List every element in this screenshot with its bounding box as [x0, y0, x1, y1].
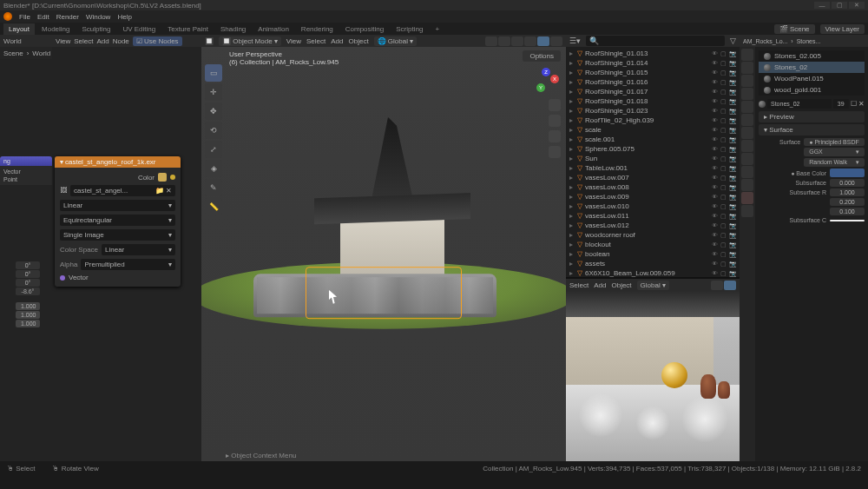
tab-sculpting[interactable]: Sculpting [77, 23, 116, 35]
material-shading[interactable] [537, 36, 549, 46]
vp-menu-select[interactable]: Select [306, 37, 326, 45]
tab-compositing[interactable]: Compositing [340, 23, 389, 35]
vp-menu-add[interactable]: Add [331, 37, 343, 45]
material-slot-list[interactable]: Stones_02.005 Stones_02 WoodPanel.015 wo… [759, 50, 865, 96]
close-button[interactable]: ✕ [849, 2, 865, 9]
sss-radius-z[interactable]: 0.100 [830, 208, 865, 215]
select-tool[interactable]: ▭ [205, 64, 222, 82]
distribution-dropdown[interactable]: GGX▾ [804, 148, 865, 156]
tab-animation[interactable]: Animation [253, 23, 294, 35]
menu-node[interactable]: Node [113, 37, 129, 45]
material-slot[interactable]: wood_gold.001 [759, 84, 865, 96]
mesh-tab[interactable] [741, 179, 753, 191]
sec-rendered-shading[interactable] [724, 281, 736, 290]
interpolation-dropdown[interactable]: Linear▾ [60, 200, 175, 211]
outliner-search[interactable]: 🔍 [586, 36, 725, 46]
overlay-toggle[interactable] [485, 36, 497, 46]
cursor-tool[interactable]: ✛ [205, 83, 222, 101]
outliner-item[interactable]: ▸▽RoofShingle_01.016👁▢📷 [566, 77, 740, 87]
value-field[interactable]: 0° [16, 270, 40, 278]
material-slot-active[interactable]: Stones_02 [759, 62, 865, 73]
outliner-item[interactable]: ▸▽blockout👁▢📷 [566, 240, 740, 249]
physics-tab[interactable] [741, 153, 753, 165]
frame-dropdown[interactable]: Single Image▾ [60, 229, 175, 241]
outliner-mode-icon[interactable]: ☰▾ [569, 36, 581, 45]
outliner-item[interactable]: ▸▽vasesLow.012👁▢📷 [566, 221, 740, 230]
socket-color-icon[interactable] [170, 175, 175, 180]
object-tab[interactable] [741, 114, 753, 126]
material-slot[interactable]: Stones_02.005 [759, 50, 865, 62]
outliner-item[interactable]: ▸▽woodcorner roof👁▢📷 [566, 230, 740, 240]
filter-icon[interactable]: ▽ [730, 36, 736, 45]
modifier-tab[interactable] [741, 127, 753, 139]
node-header[interactable]: ▾castel_st_angelo_roof_1k.exr [55, 156, 181, 168]
sec-menu-add[interactable]: Add [594, 281, 606, 289]
prop-crumb-object[interactable]: AM_Rocks_Lo... [743, 38, 787, 44]
sss-radius-x[interactable]: 1.000 [830, 188, 865, 196]
value-field[interactable]: 1.000 [16, 302, 40, 310]
menu-file[interactable]: File [19, 13, 30, 21]
value-field[interactable]: 0° [16, 261, 40, 269]
outliner-item[interactable]: ▸▽scale👁▢📷 [566, 125, 740, 135]
menu-window[interactable]: Window [86, 13, 110, 21]
crumb-scene[interactable]: Scene [3, 50, 23, 57]
3d-viewport-main[interactable]: 🔲 🔲 Object Mode ▾ View Select Add Object… [201, 35, 566, 461]
pan-icon[interactable] [549, 115, 561, 127]
subsurface-value[interactable]: 0.000 [830, 179, 865, 187]
base-color-swatch[interactable] [830, 169, 865, 177]
constraint-tab[interactable] [741, 166, 753, 178]
use-nodes-toggle[interactable]: ☑ Use Nodes [133, 36, 182, 46]
tab-texture-paint[interactable]: Texture Paint [162, 23, 214, 35]
value-field[interactable]: 0° [16, 279, 40, 287]
menu-help[interactable]: Help [117, 13, 131, 21]
tab-rendering[interactable]: Rendering [296, 23, 339, 35]
subsurface-color-swatch[interactable] [830, 220, 865, 221]
tab-uv-editing[interactable]: UV Editing [117, 23, 161, 35]
partial-node-header[interactable]: ng [0, 156, 52, 166]
outliner-item[interactable]: ▸▽scale.001👁▢📷 [566, 135, 740, 144]
perspective-icon[interactable] [549, 146, 561, 158]
material-slot[interactable]: WoodPanel.015 [759, 73, 865, 84]
output-color[interactable]: Color [138, 174, 155, 182]
vp-menu-object[interactable]: Object [349, 37, 369, 45]
alpha-dropdown[interactable]: Premultiplied▾ [81, 259, 175, 270]
particle-tab[interactable] [741, 140, 753, 152]
tab-modeling[interactable]: Modeling [36, 23, 75, 35]
maximize-button[interactable]: ▢ [832, 2, 847, 9]
outliner-panel[interactable]: ☰▾ 🔍 ▽ ▸▽RoofShingle_01.013👁▢📷▸▽RoofShin… [566, 35, 740, 278]
viewlayer-tab[interactable] [741, 75, 753, 87]
rendered-shading[interactable] [550, 36, 562, 46]
mode-dropdown[interactable]: 🔲 Object Mode ▾ [219, 36, 281, 46]
sec-menu-select[interactable]: Select [569, 281, 589, 289]
outliner-item[interactable]: ▸▽RoofTile_02_High.039👁▢📷 [566, 116, 740, 125]
sec-solid-shading[interactable] [711, 281, 723, 290]
viewlayer-dropdown[interactable]: View Layer [820, 24, 865, 34]
outliner-item[interactable]: ▸▽vasesLow.011👁▢📷 [566, 211, 740, 221]
outliner-item[interactable]: ▸▽assets👁▢📷 [566, 259, 740, 268]
outliner-item[interactable]: ▸▽RoofShingle_01.023👁▢📷 [566, 106, 740, 116]
section-preview[interactable]: ▸ Preview [759, 111, 865, 122]
solid-shading[interactable] [524, 36, 536, 46]
socket-point[interactable]: Point [3, 175, 49, 183]
wireframe-shading[interactable] [511, 36, 523, 46]
value-field[interactable]: 1.000 [16, 320, 40, 327]
value-field[interactable]: 1.000 [16, 311, 40, 319]
xray-toggle[interactable] [498, 36, 510, 46]
node-editor-panel[interactable]: View Select Add Node ☑ Use Nodes ▾castel… [52, 35, 201, 461]
scene-dropdown[interactable]: 🎬 Scene [774, 24, 815, 34]
camera-icon[interactable] [549, 130, 561, 142]
menu-render[interactable]: Render [56, 13, 79, 21]
material-tab[interactable] [741, 192, 753, 204]
sec-menu-object[interactable]: Object [611, 281, 631, 289]
tab-layout[interactable]: Layout [3, 23, 35, 35]
outliner-item[interactable]: ▸▽vasesLow.007👁▢📷 [566, 173, 740, 182]
image-path-field[interactable]: castel_st_angel...📁 ✕ [70, 185, 175, 196]
properties-panel[interactable]: AM_Rocks_Lo... › Stones... [740, 35, 868, 461]
socket-vector[interactable]: Vector [3, 168, 49, 175]
output-tab[interactable] [741, 62, 753, 74]
3d-viewport-secondary[interactable]: Select Add Object Global ▾ [566, 278, 740, 461]
sss-method-dropdown[interactable]: Random Walk▾ [804, 158, 865, 167]
world-dropdown[interactable]: World [3, 37, 22, 45]
input-vector[interactable]: Vector [69, 274, 89, 281]
texture-tab[interactable] [741, 205, 753, 217]
